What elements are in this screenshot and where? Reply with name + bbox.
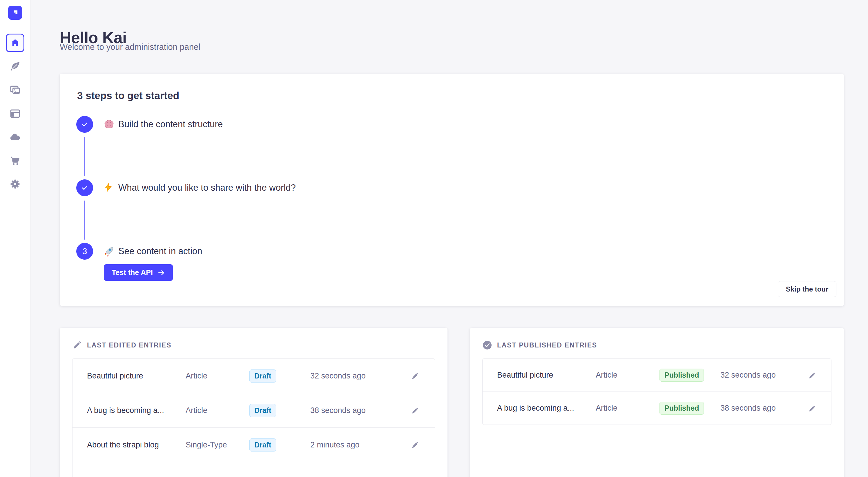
status-badge: Draft [249, 404, 276, 417]
step-2-circle [76, 179, 93, 196]
entry-time: 32 seconds ago [720, 371, 807, 380]
entry-type: Article [596, 404, 659, 413]
sidebar-item-deploy[interactable] [9, 131, 21, 143]
edit-entry-button[interactable] [807, 370, 817, 380]
last-edited-header: LAST EDITED ENTRIES [72, 340, 172, 350]
step-connector [84, 201, 85, 240]
pencil-icon [807, 403, 817, 413]
check-icon [81, 121, 89, 128]
entry-type: Article [186, 406, 249, 415]
last-edited-table: Beautiful picture Article Draft 32 secon… [72, 359, 435, 477]
cart-icon [9, 155, 21, 166]
step-2-text: What would you like to share with the wo… [118, 182, 296, 193]
entry-type: Article [596, 371, 659, 380]
step-3-number: 3 [82, 246, 87, 256]
home-icon [10, 38, 20, 48]
step-3-text: See content in action [118, 246, 203, 257]
sidebar-item-marketplace[interactable] [9, 155, 21, 166]
edit-entry-button[interactable] [410, 440, 420, 450]
images-icon [9, 84, 21, 96]
cloud-icon [9, 131, 21, 143]
status-badge: Draft [249, 439, 276, 451]
last-published-card: LAST PUBLISHED ENTRIES Beautiful picture… [470, 328, 844, 477]
sidebar-item-media-library[interactable] [9, 84, 21, 96]
last-published-title: LAST PUBLISHED ENTRIES [497, 341, 597, 349]
zap-emoji-icon [103, 182, 115, 194]
entry-type: Single-Type [186, 441, 249, 449]
onboarding-card: 3 steps to get started Build the content… [60, 74, 844, 306]
feather-icon [9, 61, 21, 72]
table-row-cutoff [72, 462, 435, 477]
pencil-icon [410, 405, 420, 415]
entry-title: A bug is becoming a... [87, 406, 186, 415]
last-published-table: Beautiful picture Article Published 32 s… [482, 359, 832, 425]
entry-time: 2 minutes ago [310, 441, 397, 449]
table-row[interactable]: About the strapi blog Single-Type Draft … [72, 428, 435, 462]
entry-title: A bug is becoming a... [497, 404, 596, 413]
sidebar-item-home[interactable] [6, 34, 24, 52]
test-api-label: Test the API [112, 268, 153, 277]
status-badge: Draft [249, 370, 276, 382]
entry-title: About the strapi blog [87, 441, 186, 449]
gear-icon [9, 178, 21, 190]
arrow-right-icon [157, 269, 165, 276]
status-badge: Published [659, 402, 704, 415]
test-api-button[interactable]: Test the API [104, 264, 173, 281]
strapi-logo-icon[interactable] [8, 6, 22, 20]
sidebar-item-content-manager[interactable] [9, 61, 21, 72]
rocket-emoji-icon [103, 245, 115, 257]
table-row[interactable]: A bug is becoming a... Article Published… [483, 391, 831, 424]
pencil-icon [807, 370, 817, 380]
status-badge: Published [659, 369, 704, 382]
entry-time: 38 seconds ago [310, 406, 397, 415]
last-edited-card: LAST EDITED ENTRIES Beautiful picture Ar… [60, 328, 447, 477]
strapi-logo-glyph [11, 8, 20, 17]
entry-title: Beautiful picture [87, 372, 186, 380]
step-1-text: Build the content structure [118, 119, 223, 130]
sidebar-item-content-type-builder[interactable] [9, 108, 21, 120]
edit-entry-button[interactable] [410, 405, 420, 415]
edit-entry-button[interactable] [807, 403, 817, 413]
onboarding-title: 3 steps to get started [77, 90, 179, 101]
pencil-icon [410, 440, 420, 450]
brain-emoji-icon [103, 118, 115, 130]
table-row[interactable]: Beautiful picture Article Published 32 s… [483, 359, 831, 391]
sidebar [0, 0, 30, 477]
sidebar-divider [0, 25, 30, 25]
check-icon [81, 184, 89, 192]
page-subtitle: Welcome to your administration panel [60, 42, 200, 52]
last-published-header: LAST PUBLISHED ENTRIES [482, 340, 597, 350]
table-row[interactable]: A bug is becoming a... Article Draft 38 … [72, 393, 435, 428]
skip-tour-button[interactable]: Skip the tour [778, 281, 836, 297]
skip-tour-label: Skip the tour [786, 285, 829, 293]
step-1-label: Build the content structure [103, 116, 223, 132]
last-edited-title: LAST EDITED ENTRIES [87, 341, 172, 349]
entry-time: 38 seconds ago [720, 404, 807, 413]
sidebar-item-settings[interactable] [9, 178, 21, 190]
entry-time: 32 seconds ago [310, 372, 397, 380]
entry-type: Article [186, 372, 249, 380]
pencil-icon [72, 340, 82, 350]
table-row[interactable]: Beautiful picture Article Draft 32 secon… [72, 359, 435, 393]
pencil-icon [410, 371, 420, 381]
step-3-label: See content in action [103, 243, 203, 259]
check-circle-icon [482, 340, 492, 350]
step-2-label: What would you like to share with the wo… [103, 180, 296, 196]
step-1-circle [76, 116, 93, 133]
layout-icon [9, 108, 21, 120]
edit-entry-button[interactable] [410, 371, 420, 381]
entry-title: Beautiful picture [497, 371, 596, 380]
step-connector [84, 137, 85, 176]
strapi-admin-home: Hello Kai Welcome to your administration… [0, 0, 868, 477]
step-3-circle: 3 [76, 243, 93, 260]
